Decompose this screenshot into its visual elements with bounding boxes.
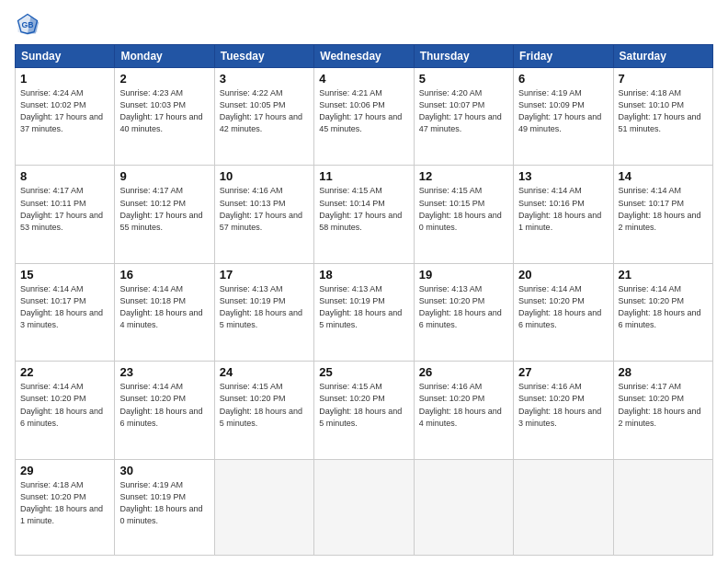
day-cell: 28 Sunrise: 4:17 AMSunset: 10:20 PMDayli… [613,362,712,459]
day-info: Sunrise: 4:20 AMSunset: 10:07 PMDaylight… [419,87,508,135]
day-info: Sunrise: 4:15 AMSunset: 10:20 PMDaylight… [319,381,408,429]
day-number: 30 [119,464,209,477]
day-cell [613,459,712,555]
day-info: Sunrise: 4:19 AMSunset: 10:09 PMDaylight… [518,87,608,135]
day-number: 20 [518,268,608,282]
day-number: 7 [619,72,708,86]
day-cell: 27 Sunrise: 4:16 AMSunset: 10:20 PMDayli… [514,362,613,459]
day-number: 10 [220,169,309,183]
day-info: Sunrise: 4:19 AMSunset: 10:19 PMDaylight… [119,479,209,527]
day-cell: 9 Sunrise: 4:17 AMSunset: 10:12 PMDaylig… [115,166,214,263]
day-cell: 25 Sunrise: 4:15 AMSunset: 10:20 PMDayli… [314,362,414,459]
calendar-header-row: SundayMondayTuesdayWednesdayThursdayFrid… [16,45,713,68]
day-number: 9 [119,169,209,183]
day-cell: 7 Sunrise: 4:18 AMSunset: 10:10 PMDaylig… [613,68,712,166]
day-cell [214,459,313,555]
day-cell: 30 Sunrise: 4:19 AMSunset: 10:19 PMDayli… [115,459,214,555]
day-number: 11 [319,169,408,183]
day-cell: 11 Sunrise: 4:15 AMSunset: 10:14 PMDayli… [314,166,414,263]
day-info: Sunrise: 4:24 AMSunset: 10:02 PMDaylight… [20,87,109,135]
week-row-3: 15 Sunrise: 4:14 AMSunset: 10:17 PMDayli… [16,263,713,361]
day-info: Sunrise: 4:18 AMSunset: 10:10 PMDaylight… [619,87,708,135]
day-cell: 20 Sunrise: 4:14 AMSunset: 10:20 PMDayli… [514,263,613,361]
day-info: Sunrise: 4:14 AMSunset: 10:20 PMDaylight… [518,283,608,331]
day-info: Sunrise: 4:14 AMSunset: 10:20 PMDaylight… [119,381,209,429]
col-header-friday: Friday [514,45,613,68]
day-number: 1 [20,72,109,86]
col-header-thursday: Thursday [414,45,513,68]
week-row-5: 29 Sunrise: 4:18 AMSunset: 10:20 PMDayli… [16,459,713,555]
day-info: Sunrise: 4:16 AMSunset: 10:20 PMDaylight… [419,381,508,429]
logo: GB [15,11,44,37]
day-cell [314,459,414,555]
day-cell: 3 Sunrise: 4:22 AMSunset: 10:05 PMDaylig… [214,68,313,166]
day-cell: 14 Sunrise: 4:14 AMSunset: 10:17 PMDayli… [613,166,712,263]
day-info: Sunrise: 4:16 AMSunset: 10:20 PMDaylight… [518,381,608,429]
day-info: Sunrise: 4:15 AMSunset: 10:14 PMDaylight… [319,185,408,233]
day-number: 22 [20,365,109,379]
week-row-4: 22 Sunrise: 4:14 AMSunset: 10:20 PMDayli… [16,362,713,459]
day-info: Sunrise: 4:14 AMSunset: 10:17 PMDaylight… [20,283,109,331]
day-cell: 8 Sunrise: 4:17 AMSunset: 10:11 PMDaylig… [16,166,115,263]
day-number: 23 [119,365,209,379]
day-cell: 18 Sunrise: 4:13 AMSunset: 10:19 PMDayli… [314,263,414,361]
day-number: 13 [518,169,608,183]
day-number: 28 [619,365,708,379]
day-info: Sunrise: 4:14 AMSunset: 10:17 PMDaylight… [619,185,708,233]
day-number: 14 [619,169,708,183]
day-cell: 5 Sunrise: 4:20 AMSunset: 10:07 PMDaylig… [414,68,513,166]
day-cell: 21 Sunrise: 4:14 AMSunset: 10:20 PMDayli… [613,263,712,361]
day-number: 12 [419,169,508,183]
day-cell: 23 Sunrise: 4:14 AMSunset: 10:20 PMDayli… [115,362,214,459]
day-info: Sunrise: 4:15 AMSunset: 10:15 PMDaylight… [419,185,508,233]
day-info: Sunrise: 4:17 AMSunset: 10:20 PMDaylight… [619,381,708,429]
day-cell [414,459,513,555]
header: GB [15,11,713,37]
day-cell: 22 Sunrise: 4:14 AMSunset: 10:20 PMDayli… [16,362,115,459]
day-number: 25 [319,365,408,379]
day-number: 2 [119,72,209,86]
week-row-2: 8 Sunrise: 4:17 AMSunset: 10:11 PMDaylig… [16,166,713,263]
col-header-wednesday: Wednesday [314,45,414,68]
calendar-table: SundayMondayTuesdayWednesdayThursdayFrid… [15,44,713,556]
day-info: Sunrise: 4:13 AMSunset: 10:19 PMDaylight… [319,283,408,331]
col-header-sunday: Sunday [16,45,115,68]
day-number: 18 [319,268,408,282]
day-number: 29 [20,464,109,477]
day-number: 27 [518,365,608,379]
day-info: Sunrise: 4:23 AMSunset: 10:03 PMDaylight… [119,87,209,135]
day-number: 24 [220,365,309,379]
day-number: 17 [220,268,309,282]
day-number: 5 [419,72,508,86]
day-number: 15 [20,268,109,282]
day-number: 4 [319,72,408,86]
day-info: Sunrise: 4:15 AMSunset: 10:20 PMDaylight… [220,381,309,429]
day-info: Sunrise: 4:14 AMSunset: 10:16 PMDaylight… [518,185,608,233]
day-cell: 15 Sunrise: 4:14 AMSunset: 10:17 PMDayli… [16,263,115,361]
day-cell: 16 Sunrise: 4:14 AMSunset: 10:18 PMDayli… [115,263,214,361]
day-cell: 10 Sunrise: 4:16 AMSunset: 10:13 PMDayli… [214,166,313,263]
day-number: 19 [419,268,508,282]
day-cell: 29 Sunrise: 4:18 AMSunset: 10:20 PMDayli… [16,459,115,555]
day-info: Sunrise: 4:16 AMSunset: 10:13 PMDaylight… [220,185,309,233]
day-cell: 12 Sunrise: 4:15 AMSunset: 10:15 PMDayli… [414,166,513,263]
week-row-1: 1 Sunrise: 4:24 AMSunset: 10:02 PMDaylig… [16,68,713,166]
day-number: 8 [20,169,109,183]
day-cell: 1 Sunrise: 4:24 AMSunset: 10:02 PMDaylig… [16,68,115,166]
day-cell: 19 Sunrise: 4:13 AMSunset: 10:20 PMDayli… [414,263,513,361]
day-info: Sunrise: 4:14 AMSunset: 10:20 PMDaylight… [619,283,708,331]
day-cell [514,459,613,555]
day-cell: 2 Sunrise: 4:23 AMSunset: 10:03 PMDaylig… [115,68,214,166]
day-info: Sunrise: 4:14 AMSunset: 10:18 PMDaylight… [119,283,209,331]
day-info: Sunrise: 4:14 AMSunset: 10:20 PMDaylight… [20,381,109,429]
day-cell: 17 Sunrise: 4:13 AMSunset: 10:19 PMDayli… [214,263,313,361]
day-info: Sunrise: 4:13 AMSunset: 10:20 PMDaylight… [419,283,508,331]
col-header-saturday: Saturday [613,45,712,68]
day-info: Sunrise: 4:22 AMSunset: 10:05 PMDaylight… [220,87,309,135]
day-info: Sunrise: 4:17 AMSunset: 10:12 PMDaylight… [119,185,209,233]
col-header-tuesday: Tuesday [214,45,313,68]
page: GB SundayMondayTuesdayWednesdayThursdayF… [0,0,728,563]
day-number: 21 [619,268,708,282]
day-info: Sunrise: 4:17 AMSunset: 10:11 PMDaylight… [20,185,109,233]
day-cell: 24 Sunrise: 4:15 AMSunset: 10:20 PMDayli… [214,362,313,459]
